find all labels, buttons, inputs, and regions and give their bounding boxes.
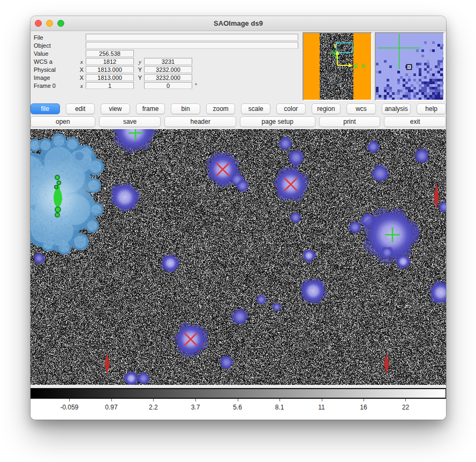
menu-button-page-setup[interactable]: page setup xyxy=(240,116,315,127)
colorbar-tick xyxy=(69,399,70,401)
menu-button-exit[interactable]: exit xyxy=(384,116,446,127)
magnifier-panel xyxy=(375,32,444,101)
menu-button-zoom[interactable]: zoom xyxy=(206,103,236,114)
sky-image-canvas[interactable] xyxy=(31,129,446,385)
colorbar-tick-label: 3.7 xyxy=(191,404,200,411)
file-field[interactable] xyxy=(86,34,298,41)
titlebar[interactable]: SAOImage ds9 xyxy=(31,16,446,31)
menu-button-save[interactable]: save xyxy=(99,116,161,127)
menu-button-print[interactable]: print xyxy=(319,116,381,127)
axis-sub-label: x xyxy=(78,58,86,65)
colorbar-tick-label: 16 xyxy=(360,404,367,411)
info-label: Frame 0 xyxy=(31,83,78,89)
file-menu-bar: opensaveheaderpage setupprintexit xyxy=(31,116,446,127)
colorbar-tick-label: 5.6 xyxy=(233,404,242,411)
info-label: Object xyxy=(31,42,78,49)
axis-sub-label: Y xyxy=(136,66,144,73)
colorbar-tick xyxy=(195,399,196,401)
value-field[interactable]: 3232.000 xyxy=(144,66,192,73)
panner-view[interactable] xyxy=(304,33,371,100)
info-label: Image xyxy=(31,74,78,81)
magnifier-view xyxy=(376,33,443,100)
menu-button-color[interactable]: color xyxy=(276,103,306,114)
value-field[interactable]: 0 xyxy=(144,82,192,89)
axis-sub-label: X xyxy=(78,74,86,81)
minimize-button[interactable] xyxy=(46,20,53,27)
value-field[interactable]: 1813.000 xyxy=(86,66,134,73)
menu-button-help[interactable]: help xyxy=(417,103,446,114)
menu-button-frame[interactable]: frame xyxy=(136,103,165,114)
colorbar-tick-label: 22 xyxy=(402,404,409,411)
colorbar-tick xyxy=(153,399,154,401)
menu-button-analysis[interactable]: analysis xyxy=(382,103,411,114)
value-field[interactable]: 1 xyxy=(86,82,134,89)
colorbar-gradient[interactable] xyxy=(31,388,446,399)
menu-button-scale[interactable]: scale xyxy=(241,103,270,114)
menu-button-view[interactable]: view xyxy=(101,103,130,114)
image-display[interactable] xyxy=(31,129,446,385)
colorbar-tick-label: 11 xyxy=(318,404,324,411)
info-label: Physical xyxy=(31,66,78,73)
menu-bar: fileeditviewframebinzoomscalecolorregion… xyxy=(31,103,446,114)
colorbar-section: -0.0590.972.23.75.68.1111622 xyxy=(31,388,446,420)
colorbar-tick xyxy=(322,399,322,401)
colorbar-scale: -0.0590.972.23.75.68.1111622 xyxy=(31,399,446,420)
value-field[interactable]: 1812 xyxy=(86,58,134,65)
axis-sub-label: x xyxy=(78,83,86,89)
menu-button-edit[interactable]: edit xyxy=(66,103,95,114)
window-title: SAOImage ds9 xyxy=(31,16,446,31)
colorbar-tick xyxy=(405,399,406,401)
degree-symbol: ° xyxy=(195,83,197,88)
menu-button-bin[interactable]: bin xyxy=(171,103,200,114)
object-field[interactable] xyxy=(86,42,298,49)
menu-button-open[interactable]: open xyxy=(31,116,95,127)
axis-sub-label: y xyxy=(136,58,144,65)
axis-sub-label: Y xyxy=(136,74,144,81)
traffic-lights xyxy=(35,20,64,27)
colorbar-tick-label: 0.97 xyxy=(105,404,117,411)
colorbar-tick-label: -0.059 xyxy=(60,404,78,411)
info-label: File xyxy=(31,34,78,41)
value-field[interactable]: 1813.000 xyxy=(86,74,134,81)
value-field[interactable]: 3232.000 xyxy=(144,74,192,81)
info-panel: FileObjectValue256.538WCS ax1812y3231Phy… xyxy=(31,31,446,102)
menu-button-header[interactable]: header xyxy=(164,116,236,127)
value-field[interactable]: 3231 xyxy=(144,58,192,65)
colorbar-tick-label: 8.1 xyxy=(275,404,284,411)
panner-panel[interactable] xyxy=(303,32,372,101)
colorbar-tick xyxy=(364,399,364,401)
value-field[interactable]: 256.538 xyxy=(86,50,134,57)
info-label: WCS a xyxy=(31,58,78,65)
colorbar-tick xyxy=(279,399,280,401)
close-button[interactable] xyxy=(35,20,42,27)
axis-sub-label: X xyxy=(78,66,86,73)
colorbar-tick xyxy=(111,399,112,401)
menu-button-file[interactable]: file xyxy=(31,103,60,114)
zoom-button[interactable] xyxy=(57,20,64,27)
app-window: SAOImage ds9 FileObjectValue256.538WCS a… xyxy=(31,16,446,420)
info-label: Value xyxy=(31,50,78,57)
menu-button-region[interactable]: region xyxy=(312,103,341,114)
colorbar-tick xyxy=(238,399,238,401)
colorbar-tick-label: 2.2 xyxy=(149,404,158,411)
menu-button-wcs[interactable]: wcs xyxy=(346,103,376,114)
